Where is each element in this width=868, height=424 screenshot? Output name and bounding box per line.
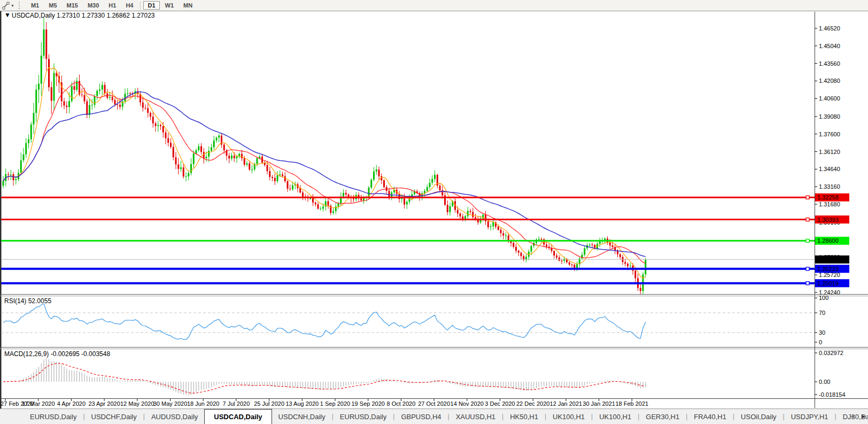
candle-body bbox=[612, 245, 614, 247]
candle-body bbox=[302, 192, 304, 197]
chart-canvas[interactable]: 1.465201.450401.435601.420801.406001.390… bbox=[0, 0, 868, 424]
timeframe-button-m1[interactable]: M1 bbox=[27, 1, 43, 10]
candle-body bbox=[10, 174, 12, 175]
price-level-label: 1.28600 bbox=[817, 237, 839, 244]
timeframe-button-h1[interactable]: H1 bbox=[104, 1, 120, 10]
tab-scroll-right-icon[interactable]: ► bbox=[861, 413, 866, 419]
tab-usdcnh-daily[interactable]: USDCNH,Daily bbox=[272, 409, 332, 424]
candle-body bbox=[38, 84, 40, 90]
tab-usdjpy-h1[interactable]: USDJPY,H1 bbox=[785, 409, 835, 424]
candle-body bbox=[89, 105, 90, 114]
chart-collapse-caret[interactable]: ▼ bbox=[4, 11, 11, 19]
tab-usoil-daily[interactable]: USOil,Daily bbox=[734, 409, 782, 424]
timeframe-button-w1[interactable]: W1 bbox=[161, 1, 179, 10]
candle-body bbox=[569, 262, 570, 264]
candle-body bbox=[234, 156, 235, 158]
candle-body bbox=[289, 189, 291, 189]
date-axis-label: 19 Sep 2020 bbox=[352, 400, 385, 407]
tab-scroll-left-icon[interactable]: ◄ bbox=[849, 413, 855, 419]
candle-body bbox=[147, 108, 149, 113]
date-axis-label: 22 Dec 2020 bbox=[516, 400, 549, 407]
candle-body bbox=[563, 259, 565, 261]
tab-xauusd-h1[interactable]: XAUUSD,H1 bbox=[449, 409, 502, 424]
candle-body bbox=[66, 105, 67, 107]
price-level-label: 1.27023 bbox=[817, 256, 839, 263]
candle-body bbox=[487, 221, 489, 227]
tab-ger30-h1[interactable]: GER30,H1 bbox=[639, 409, 686, 424]
tab-audusd-daily[interactable]: AUDUSD,Daily bbox=[145, 409, 204, 424]
candle-body bbox=[74, 86, 75, 90]
toolbar-grip[interactable] bbox=[19, 2, 22, 9]
date-axis-label: 23 Apr 2020 bbox=[88, 400, 120, 407]
candle-body bbox=[470, 211, 471, 212]
chart-cursor-icon[interactable] bbox=[2, 1, 10, 10]
candle-body bbox=[117, 104, 118, 105]
candle-body bbox=[157, 125, 159, 126]
candle-body bbox=[373, 172, 375, 180]
tab-fra40-h1[interactable]: FRA40,H1 bbox=[687, 409, 733, 424]
date-axis-labels: 27 Feb 202017 Mar 20204 Apr 202023 Apr 2… bbox=[1, 399, 648, 407]
level-anchor-marker bbox=[806, 282, 809, 285]
candle-body bbox=[383, 180, 385, 187]
chart-title: USDCAD,Daily 1.27310 1.27330 1.26862 1.2… bbox=[12, 12, 155, 19]
candle-body bbox=[119, 105, 121, 107]
tab-gbpusd-h4[interactable]: GBPUSD,H4 bbox=[394, 409, 447, 424]
level-anchor-marker bbox=[806, 218, 809, 221]
tab-eurusd-daily[interactable]: EURUSD,Daily bbox=[24, 409, 83, 424]
candle-body bbox=[571, 265, 573, 265]
timeframe-button-d1[interactable]: D1 bbox=[143, 1, 159, 10]
candle-body bbox=[467, 211, 469, 216]
tab-uk100-h1[interactable]: UK100,H1 bbox=[593, 409, 638, 424]
candle-body bbox=[94, 96, 96, 105]
macd-histogram bbox=[3, 358, 646, 396]
timeframe-button-h4[interactable]: H4 bbox=[121, 1, 137, 10]
price-level-label: 1.25019 bbox=[817, 280, 839, 287]
candle-body bbox=[175, 157, 177, 164]
candle-body bbox=[609, 243, 611, 245]
macd-panel-graphics: 0.0329720.00-0.018154 bbox=[3, 350, 846, 398]
candle-body bbox=[244, 158, 245, 165]
candle-body bbox=[223, 144, 225, 150]
candle-body bbox=[23, 155, 25, 160]
tab-uk100-h1[interactable]: UK100,H1 bbox=[546, 409, 591, 424]
candle-body bbox=[64, 101, 65, 105]
tab-usdchf-daily[interactable]: USDCHF,Daily bbox=[85, 409, 143, 424]
candle-body bbox=[196, 150, 197, 153]
candle-body bbox=[389, 191, 390, 197]
timeframe-button-m5[interactable]: M5 bbox=[44, 1, 61, 10]
candle-body bbox=[228, 156, 230, 158]
candle-body bbox=[279, 174, 281, 175]
price-axis-tick-label: 1.40600 bbox=[819, 95, 840, 102]
candle-body bbox=[183, 167, 184, 176]
candle-body bbox=[353, 198, 354, 199]
candle-body bbox=[460, 213, 461, 217]
candle-body bbox=[41, 56, 42, 83]
tab-eurusd-daily[interactable]: EURUSD,Daily bbox=[334, 409, 393, 424]
candle-body bbox=[505, 235, 507, 236]
timeframe-button-m30[interactable]: M30 bbox=[83, 1, 103, 10]
timeframe-button-m15[interactable]: M15 bbox=[63, 1, 82, 10]
tab-hk50-h1[interactable]: HK50,H1 bbox=[503, 409, 545, 424]
level-anchor-marker bbox=[806, 196, 809, 199]
candle-body bbox=[322, 206, 324, 209]
candle-body bbox=[35, 90, 37, 113]
candle-body bbox=[129, 93, 131, 94]
candle-body bbox=[185, 176, 187, 177]
candle-body bbox=[634, 271, 636, 278]
timeframe-button-mn[interactable]: MN bbox=[179, 1, 197, 10]
candle-body bbox=[25, 143, 27, 154]
candle-body bbox=[439, 186, 441, 190]
chevron-down-icon[interactable]: ▼ bbox=[11, 4, 14, 7]
candle-body bbox=[498, 227, 499, 230]
ma-line-medium bbox=[3, 82, 646, 264]
candle-body bbox=[193, 153, 195, 164]
candle-body bbox=[160, 125, 161, 126]
tab-usdcad-daily[interactable]: USDCAD,Daily bbox=[204, 409, 272, 424]
ma-line-slow bbox=[3, 92, 646, 257]
candle-body bbox=[162, 126, 164, 133]
candle-body bbox=[170, 143, 172, 147]
date-axis-label: 14 Nov 2020 bbox=[451, 400, 484, 407]
macd-label: MACD(12,26,9) -0.002695 -0.003548 bbox=[4, 350, 110, 358]
candle-body bbox=[523, 256, 524, 259]
candle-body bbox=[370, 180, 372, 188]
